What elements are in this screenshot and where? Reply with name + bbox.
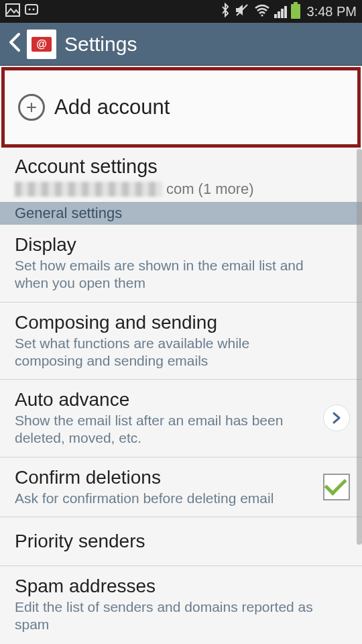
status-left bbox=[5, 3, 39, 20]
checkmark-icon bbox=[324, 472, 347, 495]
account-more-count: (1 more) bbox=[198, 180, 254, 198]
back-button[interactable] bbox=[5, 32, 24, 56]
setting-subtitle: Ask for confirmation before deleting ema… bbox=[15, 490, 347, 507]
setting-subtitle: Set how emails are shown in the email li… bbox=[15, 257, 347, 292]
app-header: @ Settings bbox=[0, 23, 362, 66]
svg-point-2 bbox=[29, 8, 31, 10]
svg-point-5 bbox=[261, 14, 263, 16]
setting-title: Spam addresses bbox=[15, 576, 347, 597]
battery-icon bbox=[291, 4, 300, 19]
setting-title: Composing and sending bbox=[15, 312, 347, 333]
account-email-line: com (1 more) bbox=[15, 180, 347, 198]
add-account-label: Add account bbox=[54, 95, 170, 119]
clock-text: 3:48 PM bbox=[307, 4, 357, 19]
svg-point-3 bbox=[33, 8, 35, 10]
status-right: 3:48 PM bbox=[221, 3, 357, 21]
checkbox[interactable] bbox=[323, 474, 350, 500]
scroll-indicator[interactable] bbox=[357, 149, 362, 545]
bluetooth-icon bbox=[221, 3, 230, 21]
image-icon bbox=[5, 3, 20, 20]
signal-icon bbox=[274, 5, 287, 18]
setting-title: Display bbox=[15, 234, 347, 256]
app-logo: @ bbox=[27, 30, 56, 59]
setting-title: Confirm deletions bbox=[15, 467, 347, 488]
chevron-right-icon bbox=[323, 405, 350, 431]
setting-confirm-deletions[interactable]: Confirm deletions Ask for confirmation b… bbox=[0, 458, 362, 517]
notification-icon bbox=[24, 3, 39, 20]
account-settings-row[interactable]: Account settings com (1 more) bbox=[0, 149, 362, 202]
content-area: + Add account Account settings com (1 mo… bbox=[0, 66, 362, 644]
setting-auto-advance[interactable]: Auto advance Show the email list after a… bbox=[0, 380, 362, 458]
setting-subtitle: Edit the list of senders and domains rep… bbox=[15, 598, 347, 634]
header-title: Settings bbox=[64, 33, 137, 56]
plus-icon: + bbox=[18, 94, 45, 121]
svg-rect-0 bbox=[6, 4, 19, 16]
general-settings-header: General settings bbox=[0, 202, 362, 225]
setting-title: Auto advance bbox=[15, 389, 347, 411]
setting-display[interactable]: Display Set how emails are shown in the … bbox=[0, 225, 362, 303]
setting-composing[interactable]: Composing and sending Set what functions… bbox=[0, 303, 362, 380]
setting-subtitle: Show the email list after an email has b… bbox=[15, 412, 347, 447]
setting-priority-senders[interactable]: Priority senders bbox=[0, 517, 362, 566]
wifi-icon bbox=[254, 4, 270, 21]
account-settings-title: Account settings bbox=[15, 156, 347, 178]
setting-spam-addresses[interactable]: Spam addresses Edit the list of senders … bbox=[0, 566, 362, 643]
account-email-redacted bbox=[15, 182, 162, 197]
add-account-row[interactable]: + Add account bbox=[5, 70, 357, 144]
setting-title: Priority senders bbox=[15, 531, 347, 552]
add-account-highlight: + Add account bbox=[1, 67, 361, 148]
svg-rect-1 bbox=[25, 5, 38, 14]
app-logo-glyph: @ bbox=[32, 37, 52, 52]
mute-icon bbox=[234, 3, 250, 21]
account-domain-suffix: com bbox=[166, 180, 194, 198]
setting-subtitle: Set what functions are available while c… bbox=[15, 335, 347, 370]
status-bar: 3:48 PM bbox=[0, 0, 362, 23]
